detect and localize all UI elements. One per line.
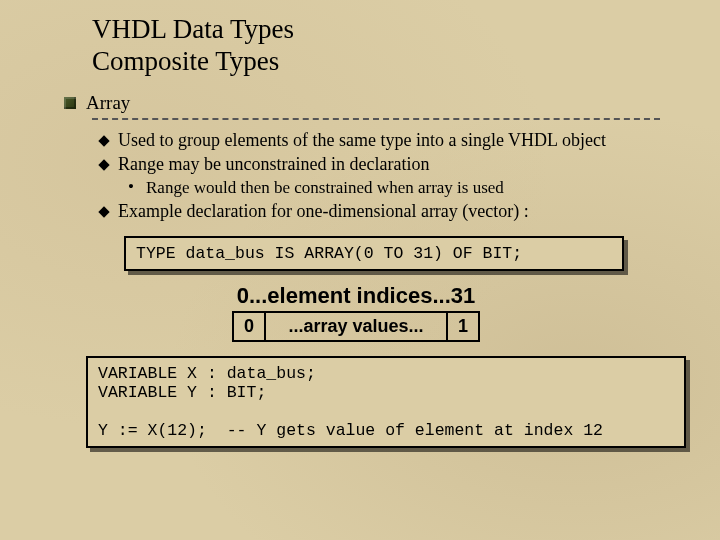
divider — [92, 118, 660, 120]
bullet-level3-a: Range would then be constrained when arr… — [112, 178, 660, 198]
code-box-type-decl: TYPE data_bus IS ARRAY(0 TO 31) OF BIT; — [124, 236, 624, 271]
bullet-text: Example declaration for one-dimensional … — [118, 201, 529, 221]
cell-right: 1 — [446, 311, 480, 342]
title-line-1: VHDL Data Types — [92, 14, 294, 44]
bullet-level2-b: Range may be unconstrained in declaratio… — [98, 154, 660, 175]
code-text: VARIABLE X : data_bus; VARIABLE Y : BIT;… — [98, 364, 603, 440]
bullet-level1-text: Array — [86, 92, 130, 113]
index-left: 0 — [237, 283, 249, 308]
code-box-usage: VARIABLE X : data_bus; VARIABLE Y : BIT;… — [86, 356, 686, 448]
bullet-level2-a: Used to group elements of the same type … — [98, 130, 660, 151]
array-cells: 0 ...array values... 1 — [52, 311, 660, 342]
bullet-level2-c: Example declaration for one-dimensional … — [98, 201, 660, 222]
index-right: 31 — [451, 283, 475, 308]
bullet-text: Used to group elements of the same type … — [118, 130, 606, 150]
cell-mid: ...array values... — [266, 311, 446, 342]
bullet-level1-array: Array — [82, 92, 660, 114]
bullet-text: Range may be unconstrained in declaratio… — [118, 154, 429, 174]
bullet-text: Range would then be constrained when arr… — [146, 178, 504, 197]
code-text: TYPE data_bus IS ARRAY(0 TO 31) OF BIT; — [136, 244, 522, 263]
index-label: 0...element indices...31 — [52, 283, 660, 309]
slide-title: VHDL Data Types Composite Types — [92, 14, 660, 78]
index-mid: ...element indices... — [249, 283, 451, 308]
slide: VHDL Data Types Composite Types Array Us… — [0, 0, 720, 470]
cell-left: 0 — [232, 311, 266, 342]
title-line-2: Composite Types — [92, 46, 279, 76]
